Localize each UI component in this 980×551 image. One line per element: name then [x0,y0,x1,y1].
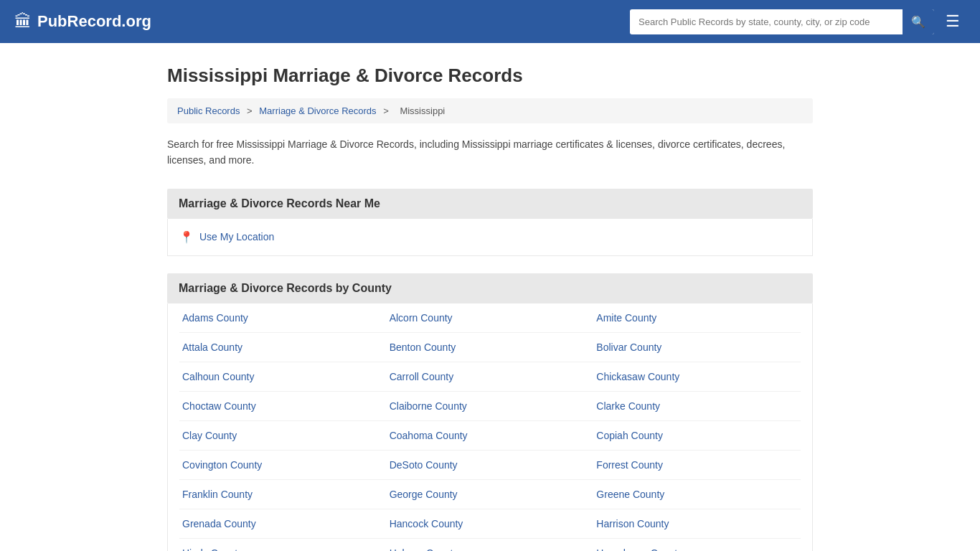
county-link[interactable]: Clarke County [596,400,660,412]
use-location-link[interactable]: 📍 Use My Location [179,230,801,244]
county-link[interactable]: Hancock County [390,518,463,529]
county-link[interactable]: Adams County [182,312,248,324]
county-link[interactable]: Humphreys County [596,547,682,551]
county-link[interactable]: Chickasaw County [596,371,679,382]
county-link[interactable]: DeSoto County [390,459,458,471]
county-link[interactable]: Holmes County [390,547,458,551]
logo-icon: 🏛 [14,11,32,32]
county-list-item: Adams County [179,303,387,333]
county-link[interactable]: Hinds County [182,547,242,551]
county-list-item: Carroll County [387,362,594,392]
near-me-section: Marriage & Divorce Records Near Me 📍 Use… [167,189,813,256]
county-list-item: Forrest County [593,451,801,480]
logo-link[interactable]: 🏛 PubRecord.org [14,11,151,32]
county-list-item: Claiborne County [387,392,594,421]
page-description: Search for free Mississippi Marriage & D… [167,136,813,169]
county-list-item: DeSoto County [387,451,594,480]
county-link[interactable]: Forrest County [596,459,663,471]
breadcrumb-mississippi: Mississippi [400,105,445,116]
county-link[interactable]: Attala County [182,342,242,353]
location-pin-icon: 📍 [179,230,194,244]
county-list-item: Hancock County [387,509,594,539]
county-link[interactable]: Clay County [182,430,237,441]
county-list-item: Calhoun County [179,362,387,392]
page-title: Mississippi Marriage & Divorce Records [167,65,813,87]
county-link[interactable]: Choctaw County [182,400,256,412]
county-link[interactable]: Greene County [596,489,664,500]
county-link[interactable]: Franklin County [182,489,253,500]
county-list-item: Choctaw County [179,392,387,421]
menu-icon: ☰ [946,12,960,30]
county-list-item: Chickasaw County [593,362,801,392]
breadcrumb-separator-1: > [247,105,255,116]
county-list-item: Attala County [179,333,387,362]
menu-button[interactable]: ☰ [940,11,966,32]
search-button[interactable]: 🔍 [903,9,934,34]
county-list-item: Amite County [593,303,801,333]
breadcrumb: Public Records > Marriage & Divorce Reco… [167,98,813,123]
breadcrumb-separator-2: > [383,105,391,116]
county-list-item: Hinds County [179,539,387,551]
site-header: 🏛 PubRecord.org 🔍 ☰ [0,0,980,43]
main-content: Mississippi Marriage & Divorce Records P… [153,43,827,551]
county-link[interactable]: Amite County [596,312,656,324]
county-grid: Adams CountyAlcorn CountyAmite CountyAtt… [168,303,812,551]
county-link[interactable]: Covington County [182,459,262,471]
county-list-item: Holmes County [387,539,594,551]
county-link[interactable]: Calhoun County [182,371,254,382]
county-link[interactable]: Copiah County [596,430,663,441]
county-list-item: Clay County [179,421,387,451]
by-county-section: Marriage & Divorce Records by County Ada… [167,273,813,551]
county-list-item: Harrison County [593,509,801,539]
county-list-item: Greene County [593,480,801,509]
county-list-item: Covington County [179,451,387,480]
county-link[interactable]: Harrison County [596,518,669,529]
search-input[interactable] [630,11,903,33]
county-list-item: Franklin County [179,480,387,509]
county-link[interactable]: Claiborne County [390,400,467,412]
county-list-item: Humphreys County [593,539,801,551]
by-county-header: Marriage & Divorce Records by County [167,273,813,303]
county-link[interactable]: Bolivar County [596,342,661,353]
county-link[interactable]: Benton County [390,342,456,353]
breadcrumb-public-records[interactable]: Public Records [177,105,240,116]
county-list-item: Benton County [387,333,594,362]
county-list-item: Copiah County [593,421,801,451]
county-link[interactable]: Grenada County [182,518,256,529]
county-list-item: Bolivar County [593,333,801,362]
county-list-item: Coahoma County [387,421,594,451]
county-link[interactable]: Carroll County [390,371,453,382]
near-me-body: 📍 Use My Location [167,219,813,256]
county-link[interactable]: George County [390,489,458,500]
county-list-item: Alcorn County [387,303,594,333]
search-icon: 🔍 [911,16,925,28]
county-link[interactable]: Coahoma County [390,430,468,441]
county-link[interactable]: Alcorn County [390,312,453,324]
header-right: 🔍 ☰ [630,9,966,34]
county-grid-wrapper: Adams CountyAlcorn CountyAmite CountyAtt… [167,303,813,551]
county-list-item: George County [387,480,594,509]
logo-text: PubRecord.org [37,12,151,31]
search-bar: 🔍 [630,9,934,34]
breadcrumb-marriage-divorce[interactable]: Marriage & Divorce Records [259,105,376,116]
near-me-header: Marriage & Divorce Records Near Me [167,189,813,219]
county-list-item: Clarke County [593,392,801,421]
county-list-item: Grenada County [179,509,387,539]
use-location-label: Use My Location [199,231,274,242]
